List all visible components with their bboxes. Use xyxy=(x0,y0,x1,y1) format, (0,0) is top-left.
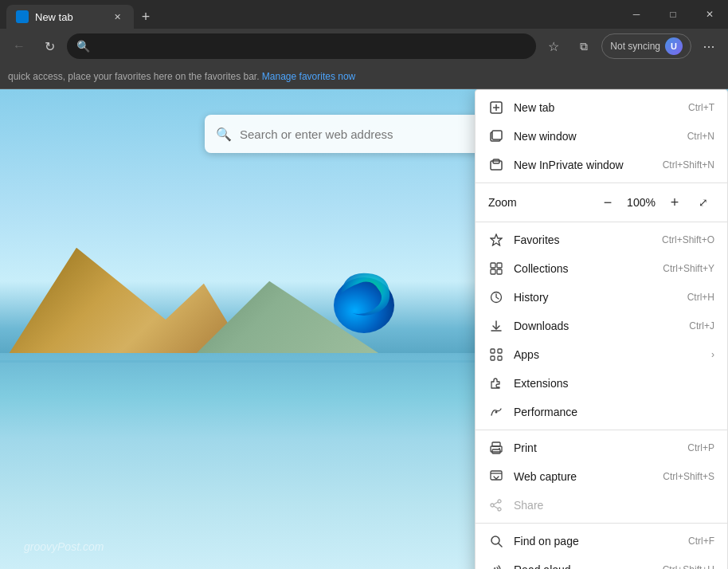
address-input[interactable] xyxy=(96,40,526,53)
tab-close-button[interactable]: ✕ xyxy=(110,10,124,24)
svg-rect-13 xyxy=(497,269,502,274)
menu-item-new-window[interactable]: New window Ctrl+N xyxy=(476,122,727,151)
active-tab[interactable]: New tab ✕ xyxy=(6,5,134,29)
new-window-icon xyxy=(488,128,504,144)
browser-content: 🔍 groovyPost.com New tab Ctrl+T New wind… xyxy=(0,89,728,569)
menu-item-find-on-page[interactable]: Find on page Ctrl+F xyxy=(476,527,727,555)
menu-item-web-capture-shortcut: Ctrl+Shift+S xyxy=(663,471,714,482)
web-capture-icon xyxy=(488,469,504,485)
menu-item-share-label: Share xyxy=(514,499,714,512)
menu-divider-4 xyxy=(476,523,727,524)
back-button[interactable]: ← xyxy=(6,33,32,59)
menu-item-downloads[interactable]: Downloads Ctrl+J xyxy=(476,312,727,340)
svg-line-30 xyxy=(494,502,498,504)
menu-item-new-tab-label: New tab xyxy=(514,101,679,114)
menu-divider-1 xyxy=(476,182,727,183)
refresh-icon: ↻ xyxy=(45,39,55,54)
edge-logo xyxy=(324,259,404,339)
menu-item-downloads-label: Downloads xyxy=(514,320,679,332)
back-icon: ← xyxy=(13,39,25,53)
menu-item-new-tab[interactable]: New tab Ctrl+T xyxy=(476,93,727,122)
menu-item-downloads-shortcut: Ctrl+J xyxy=(689,320,714,332)
zoom-expand-button[interactable]: ⤢ xyxy=(692,191,714,214)
title-bar: New tab ✕ + ─ □ ✕ xyxy=(0,0,728,29)
avatar: U xyxy=(665,37,683,55)
refresh-button[interactable]: ↻ xyxy=(37,33,62,59)
menu-item-inprivate-label: New InPrivate window xyxy=(514,159,653,171)
apps-icon xyxy=(488,347,504,363)
manage-favorites-link[interactable]: Manage favorites now xyxy=(262,71,355,82)
zoom-value: 100% xyxy=(625,196,657,209)
menu-item-collections[interactable]: Collections Ctrl+Shift+Y xyxy=(476,254,727,283)
menu-item-favorites-shortcut: Ctrl+Shift+O xyxy=(662,234,714,245)
performance-icon xyxy=(488,404,504,420)
favorites-bar-text: quick access, place your favorites here … xyxy=(8,71,260,82)
menu-item-history[interactable]: History Ctrl+H xyxy=(476,283,727,312)
svg-line-33 xyxy=(499,543,502,547)
svg-rect-19 xyxy=(498,356,502,360)
menu-item-apps-arrow: › xyxy=(711,349,714,360)
menu-item-inprivate[interactable]: New InPrivate window Ctrl+Shift+N xyxy=(476,151,727,179)
minimize-button[interactable]: ─ xyxy=(618,0,655,29)
menu-item-performance-label: Performance xyxy=(514,406,714,418)
svg-rect-0 xyxy=(18,12,27,22)
menu-item-print[interactable]: Print Ctrl+P xyxy=(476,434,727,462)
share-icon xyxy=(488,497,504,513)
content-search-input[interactable] xyxy=(240,128,512,141)
menu-item-favorites-label: Favorites xyxy=(514,233,652,246)
tab-favicon xyxy=(16,10,29,23)
close-button[interactable]: ✕ xyxy=(691,0,728,29)
svg-rect-16 xyxy=(491,349,495,353)
svg-rect-10 xyxy=(491,263,495,268)
menu-item-extensions-label: Extensions xyxy=(514,377,714,390)
read-aloud-icon: A xyxy=(488,562,504,569)
svg-rect-18 xyxy=(491,356,495,360)
menu-item-favorites[interactable]: Favorites Ctrl+Shift+O xyxy=(476,226,727,254)
menu-item-collections-shortcut: Ctrl+Shift+Y xyxy=(663,263,714,274)
zoom-out-button[interactable]: − xyxy=(597,191,619,214)
favorites-star-button[interactable]: ☆ xyxy=(541,33,566,59)
tab-title: New tab xyxy=(35,11,73,23)
downloads-icon xyxy=(488,318,504,334)
sync-button[interactable]: Not syncing U xyxy=(601,33,691,59)
menu-item-history-shortcut: Ctrl+H xyxy=(687,292,714,303)
svg-point-29 xyxy=(498,508,501,511)
settings-menu-button[interactable]: ··· xyxy=(696,33,722,59)
svg-rect-17 xyxy=(498,349,502,353)
address-bar[interactable]: 🔍 xyxy=(67,33,536,59)
zoom-label: Zoom xyxy=(488,196,590,209)
svg-rect-6 xyxy=(492,131,502,139)
menu-item-read-aloud-label: Read aloud xyxy=(514,563,653,569)
svg-rect-12 xyxy=(491,269,495,274)
svg-point-28 xyxy=(491,504,494,507)
collections-icon: ⧉ xyxy=(580,40,588,53)
menu-item-read-aloud[interactable]: A Read aloud Ctrl+Shift+U xyxy=(476,555,727,569)
svg-marker-9 xyxy=(491,234,502,245)
favorites-icon xyxy=(488,232,504,248)
new-tab-button[interactable]: + xyxy=(134,5,158,29)
menu-item-print-label: Print xyxy=(514,441,678,454)
menu-item-new-tab-shortcut: Ctrl+T xyxy=(688,102,714,113)
menu-item-performance[interactable]: Performance xyxy=(476,398,727,426)
menu-item-web-capture[interactable]: Web capture Ctrl+Shift+S xyxy=(476,462,727,491)
zoom-in-button[interactable]: + xyxy=(663,191,686,214)
svg-rect-21 xyxy=(492,442,500,446)
zoom-row: Zoom − 100% + ⤢ xyxy=(476,186,727,218)
collections-button[interactable]: ⧉ xyxy=(571,33,597,59)
menu-item-history-label: History xyxy=(514,291,678,304)
content-search-icon: 🔍 xyxy=(216,127,232,142)
menu-item-read-aloud-shortcut: Ctrl+Shift+U xyxy=(663,564,714,569)
menu-item-extensions[interactable]: Extensions xyxy=(476,369,727,398)
find-on-page-icon xyxy=(488,533,504,549)
star-icon: ☆ xyxy=(548,39,559,54)
watermark: groovyPost.com xyxy=(24,540,104,553)
tab-area: New tab ✕ + xyxy=(0,0,158,29)
maximize-button[interactable]: □ xyxy=(655,0,691,29)
svg-point-27 xyxy=(498,500,501,503)
print-icon xyxy=(488,440,504,456)
toolbar: ← ↻ 🔍 ☆ ⧉ Not syncing U ··· xyxy=(0,29,728,64)
svg-rect-7 xyxy=(491,161,502,170)
menu-item-share[interactable]: Share xyxy=(476,491,727,520)
menu-item-apps[interactable]: Apps › xyxy=(476,340,727,369)
svg-text:A: A xyxy=(491,565,497,569)
